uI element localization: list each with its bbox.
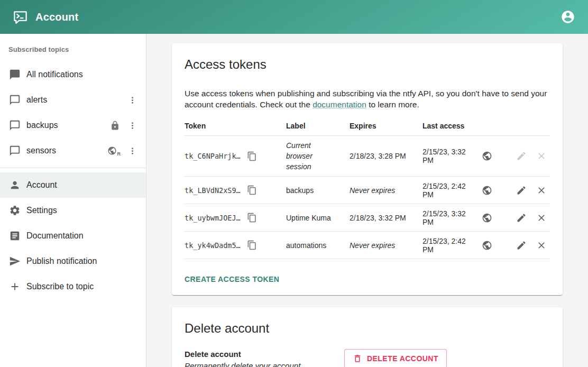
close-icon	[536, 185, 547, 196]
token-table-row: tk_uybwmJOEJ… Uptime Kuma 2/18/23, 3:32 …	[185, 204, 550, 232]
topic-label: All notifications	[26, 70, 83, 79]
token-last-access: 2/15/23, 3:32 PM	[422, 148, 477, 164]
sidebar-topic-alerts[interactable]: alerts	[0, 87, 146, 113]
documentation-link[interactable]: documentation	[313, 100, 366, 109]
sidebar-item-account[interactable]: Account	[0, 172, 146, 198]
delete-account-row: Delete account Permanently delete your a…	[185, 348, 550, 367]
copy-token-button[interactable]	[246, 184, 258, 196]
nav-label: Account	[26, 180, 57, 190]
token-expires: Never expires	[350, 182, 422, 199]
copy-token-button[interactable]	[246, 239, 258, 251]
edit-token-button[interactable]	[515, 184, 528, 197]
topic-menu-button[interactable]	[125, 143, 140, 158]
token-label: automations	[286, 236, 350, 255]
delete-token-button[interactable]	[535, 239, 548, 252]
intro-text-after: to learn more.	[369, 100, 419, 109]
col-header-token: Token	[185, 117, 286, 135]
token-value: tk_C6NPaHrjk…	[185, 152, 241, 160]
topic-label: sensors	[26, 146, 56, 155]
topic-menu-button[interactable]	[125, 118, 140, 133]
globe-icon	[482, 185, 492, 196]
copy-icon	[247, 185, 257, 195]
delete-account-sublabel: Permanently delete your account	[185, 360, 344, 367]
account-menu-button[interactable]	[561, 9, 576, 25]
copy-token-button[interactable]	[246, 150, 258, 162]
sidebar-item-settings[interactable]: Settings	[0, 198, 146, 223]
lock-icon	[109, 120, 121, 131]
trash-icon	[353, 354, 362, 363]
globe-icon	[482, 151, 492, 161]
edit-token-button[interactable]	[515, 212, 528, 224]
delete-account-title: Delete account	[185, 321, 550, 336]
token-expires: Never expires	[350, 237, 422, 254]
delete-token-button[interactable]	[535, 212, 548, 224]
sidebar-item-publish-notification[interactable]: Publish notification	[0, 249, 146, 274]
access-tokens-card: Access tokens Use access tokens when pub…	[172, 43, 563, 295]
copy-icon	[247, 240, 257, 250]
tokens-table: Token Label Expires Last access tk_C6NPa…	[185, 117, 550, 259]
globe-read-only-icon: R	[107, 146, 121, 155]
globe-icon	[482, 240, 492, 251]
ntfy-logo-icon	[13, 10, 28, 25]
nav-label: Publish notification	[26, 256, 97, 266]
token-label: Current browser session	[286, 136, 350, 176]
token-table-row: tk_C6NPaHrjk… Current browser session 2/…	[185, 136, 550, 177]
edit-token-button[interactable]	[515, 150, 528, 162]
app-header: Account	[0, 0, 588, 34]
delete-token-button[interactable]	[535, 184, 548, 197]
token-table-row: tk_yk4wDadm5… automations Never expires …	[185, 232, 550, 259]
delete-token-button[interactable]	[535, 150, 548, 162]
copy-token-button[interactable]	[246, 212, 258, 224]
token-table-row: tk_LBVdN2xS9… backups Never expires 2/15…	[185, 177, 550, 204]
chat-outline-icon	[8, 94, 21, 106]
topic-menu-button[interactable]	[125, 93, 140, 107]
token-value: tk_yk4wDadm5…	[185, 241, 241, 250]
nav-label: Documentation	[26, 231, 84, 241]
globe-subscript: R	[117, 151, 121, 157]
copy-icon	[247, 151, 257, 161]
main-content: Access tokens Use access tokens when pub…	[146, 34, 588, 367]
sidebar-item-subscribe-to-topic[interactable]: Subscribe to topic	[0, 274, 146, 299]
plus-icon	[8, 280, 21, 293]
page-title: Account	[35, 11, 78, 23]
more-vert-icon	[127, 121, 137, 131]
close-icon	[536, 151, 547, 161]
token-expires: 2/18/23, 3:28 PM	[350, 148, 422, 164]
token-last-access: 2/15/23, 3:32 PM	[422, 209, 477, 226]
create-access-token-button[interactable]: CREATE ACCESS TOKEN	[185, 273, 279, 286]
topic-label: backups	[26, 121, 58, 130]
sidebar-topic-all-notifications[interactable]: All notifications	[0, 62, 146, 87]
sidebar-item-documentation[interactable]: Documentation	[0, 223, 146, 249]
chat-filled-icon	[8, 68, 21, 81]
pencil-icon	[516, 240, 527, 251]
pencil-icon	[516, 213, 527, 223]
article-icon	[8, 230, 21, 242]
account-circle-icon	[561, 10, 575, 24]
globe-icon	[482, 213, 492, 223]
chat-outline-icon	[8, 119, 21, 132]
token-label: Uptime Kuma	[286, 208, 350, 227]
delete-account-button[interactable]: DELETE ACCOUNT	[344, 349, 447, 367]
token-value: tk_LBVdN2xS9…	[185, 186, 241, 195]
access-tokens-description: Use access tokens when publishing and su…	[185, 88, 550, 110]
more-vert-icon	[127, 146, 137, 156]
col-header-actions	[505, 122, 550, 131]
gear-icon	[8, 204, 21, 217]
nav-label: Subscribe to topic	[26, 282, 94, 291]
close-icon	[536, 240, 547, 251]
token-label: backups	[286, 181, 350, 200]
send-icon	[8, 255, 21, 268]
sidebar-topic-backups[interactable]: backups	[0, 113, 146, 138]
pencil-icon	[516, 185, 527, 196]
topic-label: alerts	[26, 95, 47, 105]
sidebar: Subscribed topics All notifications aler…	[0, 34, 146, 367]
delete-account-card: Delete account Delete account Permanentl…	[172, 307, 563, 367]
col-header-last-access: Last access	[422, 117, 505, 135]
sidebar-divider	[0, 168, 146, 168]
nav-label: Settings	[26, 206, 57, 215]
edit-token-button[interactable]	[515, 239, 528, 252]
token-last-access: 2/15/23, 2:42 PM	[422, 182, 477, 199]
delete-account-button-label: DELETE ACCOUNT	[367, 354, 438, 363]
sidebar-topic-sensors[interactable]: sensors R	[0, 138, 146, 163]
token-expires: 2/18/23, 3:32 PM	[350, 209, 422, 226]
